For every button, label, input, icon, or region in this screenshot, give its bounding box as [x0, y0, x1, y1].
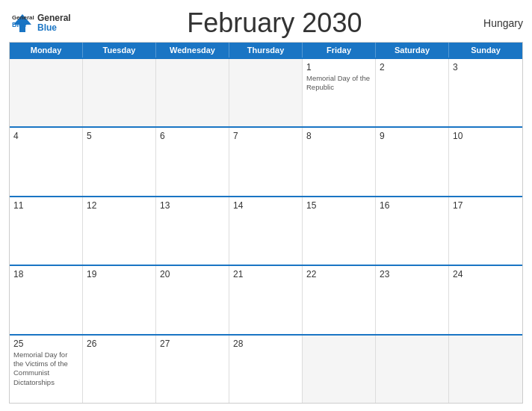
week-5: 25 Memorial Day for the Victims of the C…: [10, 334, 522, 403]
cell-w2-wed: 6: [156, 128, 229, 195]
day-number: 27: [160, 339, 225, 349]
svg-text:General: General: [12, 14, 34, 21]
cell-w3-thu: 14: [229, 197, 303, 265]
day-number: 7: [233, 131, 298, 141]
week-4: 18 19 20 21 22 23 24: [10, 265, 522, 333]
calendar-page: General Blue General Blue February 2030 …: [0, 0, 532, 411]
week-1: 1 Memorial Day of the Republic 2 3: [10, 58, 522, 126]
cell-w4-mon: 18: [10, 266, 83, 333]
logo: General Blue General Blue: [9, 10, 71, 37]
header-monday: Monday: [10, 43, 83, 58]
cell-w2-thu: 7: [229, 128, 303, 195]
cell-w4-tue: 19: [83, 266, 156, 333]
cell-w5-tue: 26: [83, 336, 156, 403]
logo-text: General Blue: [37, 13, 71, 33]
day-number: 1: [306, 62, 371, 72]
cell-w1-sat: 2: [376, 59, 449, 126]
cell-w3-mon: 11: [10, 197, 83, 265]
cell-w5-thu: 28: [229, 336, 303, 403]
cell-w5-fri: [303, 336, 376, 403]
week-2: 4 5 6 7 8 9 10: [10, 126, 522, 195]
header-sunday: Sunday: [449, 43, 522, 58]
cell-w1-thu: [229, 59, 303, 126]
week-3: 11 12 13 14 15 16 17: [10, 196, 522, 265]
cell-w2-sat: 9: [376, 128, 449, 195]
cell-w2-mon: 4: [10, 128, 83, 195]
calendar-title: February 2030: [71, 7, 478, 39]
cell-w1-wed: [156, 59, 229, 126]
day-number: 22: [306, 269, 371, 279]
day-number: 13: [160, 200, 225, 211]
header-tuesday: Tuesday: [83, 43, 156, 58]
day-number: 14: [233, 200, 298, 211]
day-number: 20: [160, 269, 225, 279]
cell-w5-wed: 27: [156, 336, 229, 403]
logo-icon: General Blue: [9, 10, 36, 37]
day-number: 9: [380, 131, 445, 141]
cell-w4-sat: 23: [376, 266, 449, 333]
cell-w3-tue: 12: [83, 197, 156, 265]
day-number: 15: [306, 200, 371, 211]
cell-w3-wed: 13: [156, 197, 229, 265]
day-number: 18: [13, 269, 78, 279]
cell-w1-sun: 3: [449, 59, 522, 126]
cell-w4-fri: 22: [303, 266, 376, 333]
cell-w3-sun: 17: [449, 197, 522, 265]
day-number: 21: [233, 269, 298, 279]
calendar-grid: Monday Tuesday Wednesday Thursday Friday…: [9, 42, 523, 404]
day-number: 23: [380, 269, 445, 279]
cell-w5-mon: 25 Memorial Day for the Victims of the C…: [10, 336, 83, 403]
cell-w4-thu: 21: [229, 266, 303, 333]
header: General Blue General Blue February 2030 …: [9, 7, 523, 39]
day-number: 28: [233, 339, 298, 349]
logo-blue-text: Blue: [37, 23, 71, 33]
cell-w3-fri: 15: [303, 197, 376, 265]
cell-w3-sat: 16: [376, 197, 449, 265]
cell-w1-tue: [83, 59, 156, 126]
event-label: Memorial Day for the Victims of the Comm…: [13, 350, 78, 387]
cell-w5-sat: [376, 336, 449, 403]
day-number: 10: [453, 131, 519, 141]
day-number: 16: [380, 200, 445, 211]
day-number: 24: [453, 269, 519, 279]
cell-w2-fri: 8: [303, 128, 376, 195]
day-headers: Monday Tuesday Wednesday Thursday Friday…: [10, 43, 522, 58]
day-number: 5: [87, 131, 152, 141]
header-saturday: Saturday: [376, 43, 449, 58]
svg-text:Blue: Blue: [12, 21, 27, 28]
day-number: 2: [380, 62, 445, 72]
day-number: 4: [13, 131, 78, 141]
day-number: 12: [87, 200, 152, 211]
day-number: 25: [13, 339, 78, 349]
day-number: 6: [160, 131, 225, 141]
header-friday: Friday: [303, 43, 376, 58]
cell-w4-sun: 24: [449, 266, 522, 333]
weeks: 1 Memorial Day of the Republic 2 3 4 5 6…: [10, 58, 522, 403]
day-number: 26: [87, 339, 152, 349]
cell-w1-fri: 1 Memorial Day of the Republic: [303, 59, 376, 126]
cell-w5-sun: [449, 336, 522, 403]
country-label: Hungary: [478, 17, 523, 29]
day-number: 3: [453, 62, 519, 72]
day-number: 19: [87, 269, 152, 279]
cell-w2-tue: 5: [83, 128, 156, 195]
cell-w4-wed: 20: [156, 266, 229, 333]
day-number: 11: [13, 200, 78, 211]
day-number: 17: [453, 200, 519, 211]
cell-w2-sun: 10: [449, 128, 522, 195]
cell-w1-mon: [10, 59, 83, 126]
event-label: Memorial Day of the Republic: [306, 74, 371, 93]
header-thursday: Thursday: [229, 43, 303, 58]
header-wednesday: Wednesday: [156, 43, 229, 58]
day-number: 8: [306, 131, 371, 141]
